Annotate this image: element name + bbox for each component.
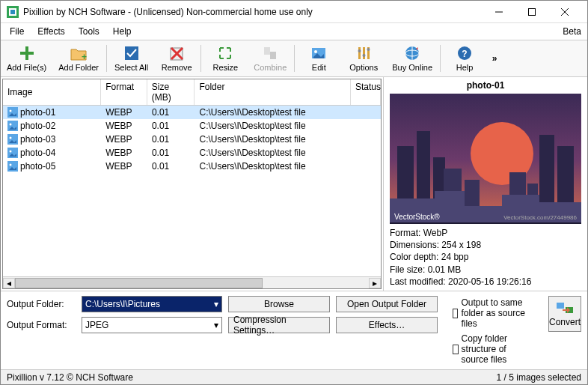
table-row[interactable]: photo-01WEBP0.01C:\Users\I\Desktop\test … (3, 106, 381, 119)
scroll-thumb[interactable] (15, 278, 263, 288)
meta-format: Format: WebP (390, 227, 581, 239)
preview-metadata: Format: WebP Dimensions: 254 x 198 Color… (387, 225, 584, 289)
scroll-right-icon[interactable]: ▸ (369, 278, 381, 288)
toolbar-overflow[interactable]: » (487, 40, 502, 76)
options-button[interactable]: Options (341, 40, 386, 76)
output-same-folder-checkbox[interactable]: Output to same folder as source files (453, 297, 533, 329)
list-header[interactable]: Image Format Size (MB) Folder Status (3, 79, 381, 106)
options-icon (355, 45, 372, 61)
help-button[interactable]: ? Help (442, 40, 487, 76)
svg-point-21 (358, 49, 361, 52)
help-icon: ? (456, 45, 473, 61)
close-button[interactable] (548, 1, 581, 22)
convert-button[interactable]: Convert (548, 296, 581, 332)
effects-button[interactable]: Effects… (336, 317, 438, 333)
svg-point-22 (363, 54, 366, 57)
select-all-icon (123, 45, 140, 61)
preview-panel: photo-01 (384, 77, 587, 291)
svg-text:?: ? (462, 49, 467, 59)
svg-rect-14 (264, 47, 270, 55)
options-label: Options (349, 63, 378, 72)
menu-file[interactable]: File (7, 25, 27, 38)
checkbox-icon (453, 345, 459, 354)
svg-rect-15 (270, 52, 276, 59)
main-area: Image Format Size (MB) Folder Status pho… (1, 77, 587, 291)
col-folder[interactable]: Folder (195, 79, 351, 105)
remove-button[interactable]: Remove (154, 40, 199, 76)
meta-filesize: File size: 0.01 MB (390, 264, 581, 276)
remove-icon (168, 45, 185, 61)
chevron-down-icon: ▾ (214, 320, 218, 330)
list-body[interactable]: photo-01WEBP0.01C:\Users\I\Desktop\test … (3, 106, 381, 276)
svg-point-32 (10, 124, 12, 126)
watermark-left: VectorStock® (394, 213, 440, 221)
copy-folder-structure-checkbox[interactable]: Copy folder structure of source files (453, 333, 533, 365)
combine-icon (262, 45, 278, 61)
convert-label: Convert (549, 317, 581, 327)
svg-point-34 (10, 137, 12, 139)
chevron-down-icon: ▾ (214, 299, 218, 309)
watermark-right: VectorStock.com/27449986 (503, 214, 577, 221)
resize-button[interactable]: Resize (203, 40, 248, 76)
scroll-left-icon[interactable]: ◂ (3, 278, 15, 288)
folder-plus-icon: + (70, 45, 87, 61)
horizontal-scrollbar[interactable]: ◂ ▸ (3, 276, 381, 288)
toolbar: Add File(s) + Add Folder Select All Remo… (1, 40, 587, 77)
menu-bar: File Effects Tools Help Beta (1, 23, 587, 40)
col-format[interactable]: Format (101, 79, 147, 105)
buy-online-label: Buy Online (392, 63, 432, 72)
add-folder-label: Add Folder (58, 63, 99, 72)
edit-button[interactable]: Edit (296, 40, 341, 76)
image-file-icon (7, 121, 18, 131)
svg-rect-19 (363, 47, 365, 59)
output-format-select[interactable]: JPEG ▾ (82, 317, 222, 333)
table-row[interactable]: photo-04WEBP0.01C:\Users\I\Desktop\test … (3, 146, 381, 160)
preview-title: photo-01 (387, 79, 584, 92)
status-bar: Pixillion v 7.12 © NCH Software 1 / 5 im… (1, 369, 587, 384)
menu-help[interactable]: Help (110, 25, 135, 38)
menu-effects[interactable]: Effects (34, 25, 67, 38)
checkbox-icon (453, 309, 458, 318)
beta-label[interactable]: Beta (563, 26, 581, 37)
browse-button[interactable]: Browse (228, 296, 330, 312)
col-size[interactable]: Size (MB) (147, 79, 195, 105)
resize-label: Resize (212, 63, 238, 72)
image-file-icon (7, 107, 18, 118)
svg-rect-4 (529, 8, 536, 15)
status-version: Pixillion v 7.12 © NCH Software (7, 372, 133, 383)
table-row[interactable]: photo-05WEBP0.01C:\Users\I\Desktop\test … (3, 160, 381, 173)
combine-label: Combine (254, 63, 287, 72)
output-folder-input[interactable]: C:\Users\I\Pictures ▾ (82, 296, 222, 312)
col-status[interactable]: Status (351, 79, 381, 105)
output-format-value: JPEG (85, 320, 108, 330)
svg-point-30 (10, 110, 12, 112)
compression-settings-button[interactable]: Compression Settings… (228, 317, 330, 333)
output-folder-label: Output Folder: (7, 299, 76, 309)
col-image[interactable]: Image (3, 79, 101, 105)
svg-point-23 (367, 48, 370, 51)
svg-rect-52 (465, 206, 502, 224)
svg-rect-57 (557, 303, 564, 309)
add-folder-button[interactable]: + Add Folder (52, 40, 105, 76)
resize-icon (217, 45, 233, 61)
maximize-button[interactable] (515, 1, 548, 22)
svg-rect-55 (390, 222, 581, 224)
title-bar: Pixillion by NCH Software - (Unlicensed)… (1, 1, 587, 23)
app-icon (7, 6, 19, 18)
table-row[interactable]: photo-03WEBP0.01C:\Users\I\Desktop\test … (3, 133, 381, 146)
preview-image: VectorStock® VectorStock.com/27449986 (390, 94, 581, 224)
file-list-panel: Image Format Size (MB) Folder Status pho… (1, 77, 384, 291)
minimize-button[interactable] (483, 1, 515, 22)
output-folder-value: C:\Users\I\Pictures (85, 299, 160, 309)
menu-tools[interactable]: Tools (76, 25, 102, 38)
window-title: Pixillion by NCH Software - (Unlicensed)… (23, 7, 483, 17)
meta-modified: Last modified: 2020-05-16 19:26:16 (390, 276, 581, 288)
open-output-button[interactable]: Open Output Folder (336, 296, 438, 312)
select-all-button[interactable]: Select All (108, 40, 154, 76)
meta-dimensions: Dimensions: 254 x 198 (390, 239, 581, 251)
image-file-icon (7, 134, 18, 145)
table-row[interactable]: photo-02WEBP0.01C:\Users\I\Desktop\test … (3, 119, 381, 133)
buy-online-button[interactable]: Buy Online (386, 40, 438, 76)
svg-rect-10 (125, 46, 138, 60)
add-files-button[interactable]: Add File(s) (1, 40, 52, 76)
